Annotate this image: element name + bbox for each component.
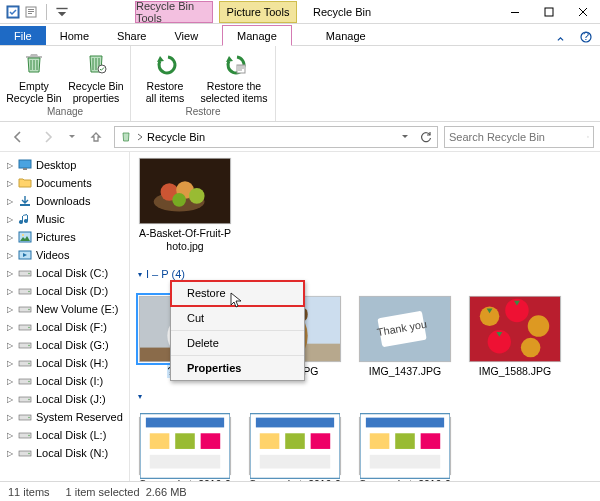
tab-manage-recycle[interactable]: Manage: [222, 25, 292, 46]
nav-item[interactable]: ▷Downloads: [0, 192, 129, 210]
svg-text:?: ?: [583, 31, 589, 42]
nav-item[interactable]: ▷Local Disk (C:): [0, 264, 129, 282]
ribbon-collapse-icon[interactable]: [549, 34, 572, 45]
file-thumbnail: [139, 158, 231, 224]
address-location: Recycle Bin: [147, 131, 205, 143]
file-item[interactable]: Thank youIMG_1437.JPG: [358, 296, 452, 378]
contextual-tab-recycle[interactable]: Recycle Bin Tools: [135, 1, 213, 23]
context-menu-cut[interactable]: Cut: [171, 306, 304, 331]
nav-item[interactable]: ▷Music: [0, 210, 129, 228]
svg-rect-3: [28, 9, 34, 10]
svg-rect-73: [175, 433, 195, 449]
search-input[interactable]: [449, 131, 587, 143]
tab-share[interactable]: Share: [103, 26, 160, 45]
nav-item[interactable]: ▷System Reserved: [0, 408, 129, 426]
nav-item-label: Local Disk (D:): [36, 285, 108, 297]
address-dropdown-icon[interactable]: [401, 133, 409, 141]
nav-up-button[interactable]: [84, 125, 108, 149]
file-list[interactable]: A-Basket-Of-Fruit-Photo.jpg▾I – P (4)??.…: [130, 152, 600, 481]
restore-selected-button[interactable]: Restore the selected items: [199, 48, 269, 104]
svg-point-18: [22, 234, 24, 236]
svg-point-29: [28, 345, 30, 347]
address-bar[interactable]: Recycle Bin: [114, 126, 438, 148]
svg-rect-14: [19, 160, 31, 168]
nav-item[interactable]: ▷Local Disk (D:): [0, 282, 129, 300]
nav-pane[interactable]: ▷Desktop▷Documents▷Downloads▷Music▷Pictu…: [0, 152, 130, 481]
svg-rect-78: [260, 433, 280, 449]
file-item[interactable]: IMG_1588.JPG: [468, 296, 562, 378]
status-selection: 1 item selected 2.66 MB: [66, 486, 187, 498]
properties-icon[interactable]: [24, 5, 38, 19]
nav-item[interactable]: ▷Local Disk (F:): [0, 318, 129, 336]
svg-rect-8: [545, 8, 553, 16]
group-header[interactable]: ▾: [138, 392, 592, 401]
nav-item[interactable]: ▷Local Disk (J:): [0, 390, 129, 408]
nav-item[interactable]: ▷Local Disk (H:): [0, 354, 129, 372]
svg-point-67: [528, 315, 550, 337]
file-item[interactable]: Screenshot_2019-06-13-22-44-51.png: [138, 417, 232, 481]
app-icon: [6, 5, 20, 19]
drive-icon: [18, 392, 32, 406]
nav-item[interactable]: ▷Local Disk (I:): [0, 372, 129, 390]
tab-view[interactable]: View: [160, 26, 212, 45]
svg-point-31: [28, 363, 30, 365]
file-name-label: IMG_1437.JPG: [369, 365, 441, 378]
drive-icon: [18, 374, 32, 388]
nav-item[interactable]: ▷Local Disk (L:): [0, 426, 129, 444]
nav-item[interactable]: ▷Local Disk (G:): [0, 336, 129, 354]
group-header[interactable]: ▾I – P (4): [138, 268, 592, 280]
nav-item[interactable]: ▷Documents: [0, 174, 129, 192]
breadcrumb-chevron-icon: [137, 133, 143, 141]
empty-recycle-bin-button[interactable]: Empty Recycle Bin: [6, 48, 62, 104]
svg-rect-81: [260, 455, 330, 469]
nav-item-label: Local Disk (I:): [36, 375, 103, 387]
file-item[interactable]: Screenshot_2019-06-13-22-56-15.png: [358, 417, 452, 481]
file-item[interactable]: A-Basket-Of-Fruit-Photo.jpg: [138, 158, 232, 252]
context-menu-properties[interactable]: Properties: [171, 356, 304, 380]
recycle-bin-properties-button[interactable]: Recycle Bin properties: [68, 48, 124, 104]
contextual-tab-picture[interactable]: Picture Tools: [219, 1, 297, 23]
close-button[interactable]: [566, 1, 600, 23]
nav-forward-button[interactable]: [36, 125, 60, 149]
nav-item[interactable]: ▷Local Disk (N:): [0, 444, 129, 462]
drive-icon: [18, 302, 32, 316]
context-menu-delete[interactable]: Delete: [171, 331, 304, 356]
maximize-button[interactable]: [532, 1, 566, 23]
tab-manage-picture[interactable]: Manage: [312, 26, 380, 45]
file-thumbnail: [359, 417, 451, 475]
nav-back-button[interactable]: [6, 125, 30, 149]
svg-rect-15: [23, 168, 27, 170]
window-controls: [498, 1, 600, 23]
contextual-tabs: Recycle Bin Tools Picture Tools: [135, 0, 297, 23]
nav-item-label: Local Disk (F:): [36, 321, 107, 333]
svg-rect-83: [366, 417, 444, 427]
nav-item-label: Documents: [36, 177, 92, 189]
nav-item[interactable]: ▷New Volume (E:): [0, 300, 129, 318]
svg-rect-79: [285, 433, 305, 449]
nav-item-label: Local Disk (G:): [36, 339, 109, 351]
ribbon-tabs: File Home Share View Manage Manage ?: [0, 24, 600, 46]
help-icon[interactable]: ?: [572, 29, 600, 45]
svg-rect-72: [150, 433, 170, 449]
nav-item[interactable]: ▷Pictures: [0, 228, 129, 246]
nav-item[interactable]: ▷Videos: [0, 246, 129, 264]
file-item[interactable]: Screenshot_2019-06-13-22-56-05.png: [248, 417, 342, 481]
tab-home[interactable]: Home: [46, 26, 103, 45]
drive-icon: [18, 446, 32, 460]
nav-item-label: Pictures: [36, 231, 76, 243]
nav-item-label: Desktop: [36, 159, 76, 171]
svg-point-13: [587, 136, 588, 137]
svg-point-69: [521, 338, 541, 358]
refresh-icon[interactable]: [419, 130, 433, 144]
tab-file[interactable]: File: [0, 26, 46, 45]
qat-dropdown-icon[interactable]: [55, 5, 69, 19]
nav-item-label: Local Disk (C:): [36, 267, 108, 279]
restore-all-button[interactable]: Restore all items: [137, 48, 193, 104]
minimize-button[interactable]: [498, 1, 532, 23]
search-box[interactable]: [444, 126, 594, 148]
ribbon-group-manage: Empty Recycle Bin Recycle Bin properties…: [0, 46, 131, 121]
nav-history-button[interactable]: [66, 125, 78, 149]
nav-item-label: Local Disk (L:): [36, 429, 106, 441]
nav-item[interactable]: ▷Desktop: [0, 156, 129, 174]
nav-item-label: Local Disk (H:): [36, 357, 108, 369]
